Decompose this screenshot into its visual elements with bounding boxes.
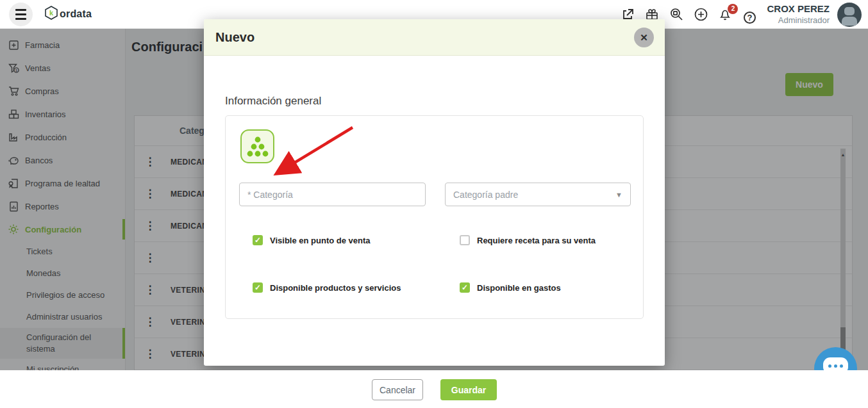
- hamburger-menu-button[interactable]: [9, 3, 33, 26]
- add-circle-icon[interactable]: [694, 8, 708, 22]
- help-icon[interactable]: ?: [742, 8, 756, 22]
- svg-text:k: k: [49, 9, 54, 17]
- notification-count-badge: 2: [728, 4, 738, 14]
- checkbox-visible-pos[interactable]: ✓: [253, 235, 263, 245]
- user-info: CROX PEREZ Administrador: [767, 3, 830, 26]
- logo-hexagon-icon: k: [45, 6, 58, 22]
- red-arrow-annotation: [271, 122, 363, 183]
- cancel-button[interactable]: Cancelar: [372, 379, 423, 400]
- checkbox-disponible-productos[interactable]: ✓: [253, 282, 263, 293]
- zoom-search-icon[interactable]: [669, 8, 683, 22]
- checkbox-disponible-gastos[interactable]: ✓: [460, 282, 470, 293]
- modal-footer: Cancelar Guardar: [0, 370, 868, 408]
- nuevo-modal: Nuevo ✕ Información general Categoría pa…: [204, 19, 665, 366]
- parent-category-select[interactable]: Categoría padre ▼: [445, 183, 631, 206]
- category-dots-icon: [240, 129, 274, 163]
- user-name: CROX PEREZ: [767, 3, 830, 15]
- general-info-card: Categoría padre ▼ ✓ Visible en punto de …: [225, 115, 644, 319]
- chevron-down-icon: ▼: [615, 191, 622, 199]
- close-icon[interactable]: ✕: [634, 28, 654, 47]
- modal-title: Nuevo: [215, 30, 255, 45]
- user-role: Administrador: [767, 15, 830, 26]
- logo-text: ordata: [60, 8, 92, 20]
- brand-logo: k ordata: [45, 6, 92, 22]
- save-button[interactable]: Guardar: [440, 379, 497, 400]
- checkbox-requiere-receta[interactable]: [460, 235, 470, 245]
- modal-header: Nuevo ✕: [204, 19, 665, 56]
- user-avatar[interactable]: [837, 3, 862, 27]
- notifications-bell-icon[interactable]: 2: [718, 8, 732, 22]
- category-input[interactable]: [239, 183, 426, 206]
- app-root: k ordata 2 ? CROX: [0, 0, 868, 408]
- section-title: Información general: [225, 95, 321, 108]
